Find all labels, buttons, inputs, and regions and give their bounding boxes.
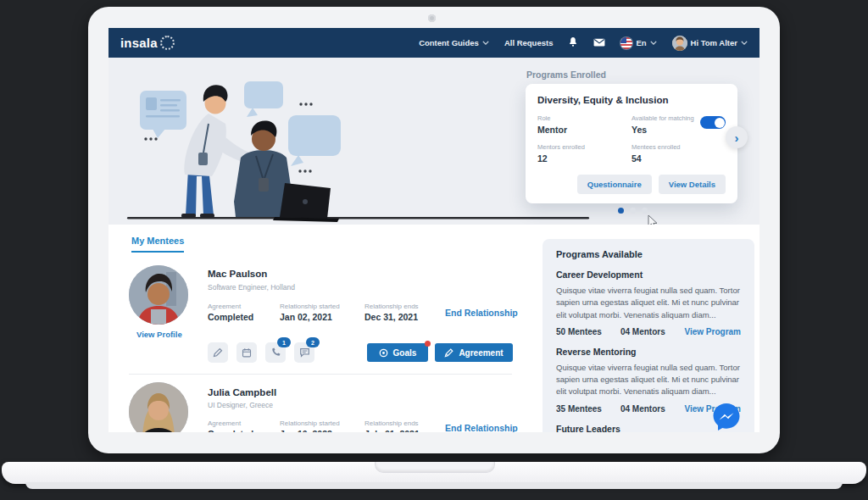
messages-button[interactable] [593, 38, 605, 48]
agreement-button[interactable]: Agreement [435, 343, 513, 362]
questionnaire-button[interactable]: Questionnaire [577, 175, 652, 194]
pen-icon [444, 348, 453, 358]
relationship-started-value: Jan 02, 2021 [280, 312, 332, 322]
chevron-down-icon [741, 41, 748, 45]
agreement-label: Agreement [208, 303, 241, 310]
program-description: Quisque vitae viverra feugiat nulla sed … [556, 285, 741, 321]
laptop-screen: insala Content Guides All Requests En [108, 28, 760, 432]
mentees-enrolled-field: Mentees enrolled 54 [632, 143, 726, 164]
programs-enrolled-heading: Programs Enrolled [526, 69, 606, 80]
mentee-avatar[interactable] [129, 382, 188, 432]
role-field: Role Mentor [537, 114, 632, 135]
edit-button[interactable] [208, 342, 228, 363]
messenger-chat-button[interactable] [711, 402, 742, 432]
notifications-button[interactable] [568, 36, 578, 49]
mentees-enrolled-label: Mentees enrolled [632, 143, 726, 151]
relationship-ends-label: Relationship ends [364, 419, 419, 427]
language-label: En [636, 38, 646, 47]
phone-icon [270, 347, 281, 358]
mentors-enrolled-value: 12 [537, 153, 632, 164]
laptop-base-lip [25, 482, 843, 489]
call-badge: 1 [277, 337, 291, 347]
mentee-tools: 1 2 [208, 342, 314, 363]
program-description: Quisque vitae viverra feugiat nulla sed … [556, 362, 741, 398]
laptop-base-notch [375, 462, 495, 473]
available-for-matching-toggle[interactable] [700, 116, 726, 129]
program-name: Reverse Mentoring [556, 347, 741, 357]
programs-available-heading: Programs Available [556, 249, 741, 259]
mentors-count: 04 Mentors [620, 404, 665, 414]
program-item: Career Development Quisque vitae viverra… [556, 269, 741, 336]
nav-content-guides-label: Content Guides [419, 38, 479, 47]
us-flag-icon [620, 37, 632, 49]
carousel-dot[interactable] [642, 208, 648, 214]
nav-all-requests[interactable]: All Requests [504, 38, 554, 47]
main-content: My Mentees View Profile Mac Paulson Soft… [108, 225, 760, 432]
agreement-label: Agreement [208, 419, 241, 427]
goals-button-label: Goals [393, 348, 417, 358]
carousel-dots [618, 208, 648, 214]
relationship-ends-value: Dec 31, 2021 [364, 312, 418, 322]
tab-my-mentees[interactable]: My Mentees [131, 236, 184, 253]
calendar-icon [242, 347, 252, 358]
view-details-button[interactable]: View Details [659, 175, 726, 194]
agreement-value: Completed [208, 312, 253, 322]
mentees-count: 35 Mentees [556, 404, 602, 414]
toggle-knob [715, 118, 725, 128]
mentors-enrolled-field: Mentors enrolled 12 [537, 143, 632, 164]
insala-logo[interactable]: insala [120, 36, 175, 50]
hero-section: Programs Enrolled Diversity, Equity & In… [108, 58, 760, 225]
nav-content-guides[interactable]: Content Guides [419, 38, 489, 47]
language-selector[interactable]: En [620, 37, 656, 49]
chevron-down-icon [482, 41, 489, 45]
chat-icon [299, 347, 310, 358]
chevron-down-icon [650, 41, 657, 45]
agreement-value: Completed [208, 429, 253, 432]
end-relationship-link[interactable]: End Relationship [445, 423, 518, 432]
mentors-enrolled-label: Mentors enrolled [537, 143, 632, 151]
relationship-ends-label: Relationship ends [364, 303, 419, 310]
call-button[interactable]: 1 [265, 342, 286, 363]
mentee-role: UI Designer, Greece [208, 401, 273, 409]
user-menu[interactable]: Hi Tom Alter [672, 36, 748, 51]
relationship-started-value: Jan 10, 2022 [280, 429, 332, 432]
mentors-count: 04 Mentors [620, 327, 665, 336]
relationship-started-label: Relationship started [280, 303, 340, 310]
user-avatar [672, 36, 687, 51]
role-value: Mentor [537, 125, 632, 135]
relationship-started-label: Relationship started [280, 419, 340, 427]
carousel-dot[interactable] [618, 208, 624, 214]
mentees-enrolled-value: 54 [632, 153, 726, 164]
relationship-ends-value: July 01, 2021 [364, 429, 420, 432]
mentee-name: Mac Paulson [208, 269, 267, 279]
mentees-count: 50 Mentees [556, 327, 602, 336]
pencil-icon [213, 347, 223, 358]
mentee-name: Julia Campbell [208, 387, 276, 397]
nav-all-requests-label: All Requests [504, 38, 554, 47]
logo-text: insala [120, 36, 158, 50]
mentee-role: Software Engineer, Holland [208, 283, 295, 292]
agreement-button-label: Agreement [459, 348, 503, 358]
view-profile-link[interactable]: View Profile [136, 330, 182, 339]
target-icon [379, 348, 388, 358]
top-navbar: insala Content Guides All Requests En [108, 28, 760, 58]
program-name: Career Development [556, 269, 741, 280]
bell-icon [568, 36, 578, 49]
end-relationship-link[interactable]: End Relationship [445, 308, 518, 318]
chat-button[interactable]: 2 [294, 342, 314, 363]
program-enrolled-card: Diversity, Equity & Inclusion Role Mento… [526, 84, 737, 203]
carousel-dot[interactable] [630, 208, 636, 214]
row-divider [129, 374, 512, 375]
mentee-avatar[interactable] [129, 265, 188, 325]
role-label: Role [537, 114, 632, 122]
chat-badge: 2 [306, 337, 320, 347]
mail-icon [593, 38, 605, 48]
logo-burst-icon [160, 36, 175, 50]
program-title: Diversity, Equity & Inclusion [537, 95, 726, 105]
carousel-next-button[interactable]: › [726, 126, 748, 148]
greeting-label: Hi Tom Alter [691, 38, 737, 47]
notification-dot [425, 341, 431, 347]
calendar-button[interactable] [236, 342, 257, 363]
goals-button[interactable]: Goals [367, 343, 428, 362]
view-program-link[interactable]: View Program [684, 327, 741, 336]
